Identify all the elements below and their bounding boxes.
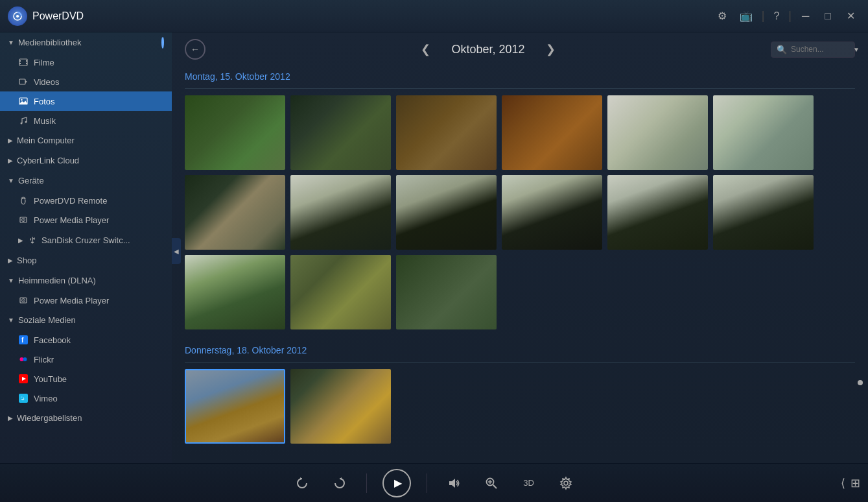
flickr-icon bbox=[18, 354, 29, 365]
sidebar-section-wiedergabelisten-label: Wiedergabelisten bbox=[17, 413, 82, 423]
volume-button[interactable] bbox=[443, 472, 465, 494]
sidebar-item-powerdvd-remote-label: PowerDVD Remote bbox=[34, 196, 107, 206]
photo-thumb[interactable] bbox=[502, 175, 602, 250]
view-mode-button[interactable]: ⊞ bbox=[850, 476, 860, 490]
sidebar-item-power-media-player-1[interactable]: Power Media Player bbox=[0, 210, 172, 230]
search-box[interactable]: 🔍 ▼ bbox=[771, 42, 855, 58]
sidebar-toggle-button[interactable]: ◀ bbox=[172, 238, 181, 264]
photo-thumb[interactable] bbox=[290, 255, 391, 329]
sidebar-item-vimeo[interactable]: Vimeo bbox=[0, 388, 172, 408]
3d-button[interactable]: 3D bbox=[518, 474, 539, 492]
toolbar-settings-button[interactable] bbox=[555, 472, 577, 494]
next-month-button[interactable]: ❯ bbox=[541, 40, 561, 59]
photo-thumb[interactable] bbox=[396, 95, 497, 170]
sidebar-section-shop[interactable]: ▶ Shop bbox=[0, 250, 172, 270]
photo-thumb[interactable] bbox=[185, 175, 285, 250]
photo-area: Montag, 15. Oktober 2012 Donnerstag, bbox=[172, 66, 868, 463]
sidebar-item-vimeo-label: Vimeo bbox=[34, 394, 58, 403]
tv-icon[interactable]: 📺 bbox=[736, 7, 757, 25]
help-icon[interactable]: ? bbox=[769, 8, 783, 25]
svg-rect-5 bbox=[19, 63, 21, 64]
titlebar-controls: ⚙ 📺 | ? | ─ □ ✕ bbox=[714, 7, 860, 25]
toolbar-divider bbox=[366, 473, 367, 493]
forward-button[interactable] bbox=[329, 472, 351, 494]
sidebar-section-wiedergabelisten[interactable]: ▶ Wiedergabelisten bbox=[0, 408, 172, 428]
sidebar-item-flickr[interactable]: Flickr bbox=[0, 350, 172, 369]
sidebar-section-cyberlink-cloud[interactable]: ▶ CyberLink Cloud bbox=[0, 150, 172, 171]
prev-month-button[interactable]: ❮ bbox=[416, 40, 436, 59]
rewind-button[interactable] bbox=[291, 472, 313, 494]
sidebar-item-facebook[interactable]: f Facebook bbox=[0, 330, 172, 350]
back-button[interactable]: ← bbox=[185, 39, 205, 60]
search-input[interactable] bbox=[791, 45, 849, 54]
sidebar-item-videos[interactable]: Videos bbox=[0, 72, 172, 91]
zoom-button[interactable] bbox=[480, 472, 502, 494]
vimeo-icon bbox=[18, 393, 29, 403]
date-section-title-2: Donnerstag, 18. Oktober 2012 bbox=[185, 340, 855, 363]
toolbar-divider2 bbox=[427, 473, 427, 493]
photo-thumb-selected[interactable] bbox=[185, 369, 285, 444]
titlebar: PowerDVD ⚙ 📺 | ? | ─ □ ✕ bbox=[0, 0, 868, 32]
sidebar-section-mein-computer-label: Mein Computer bbox=[17, 136, 75, 145]
sidebar-section-mein-computer[interactable]: ▶ Mein Computer bbox=[0, 130, 172, 150]
photo-icon bbox=[18, 96, 29, 106]
svg-point-21 bbox=[23, 300, 24, 301]
photo-thumb[interactable] bbox=[396, 175, 497, 250]
sidebar-item-youtube[interactable]: YouTube bbox=[0, 369, 172, 388]
sidebar-section-soziale-medien[interactable]: ▼ Soziale Medien bbox=[0, 310, 172, 330]
sidebar-item-sandisk[interactable]: ▶ SanDisk Cruzer Switc... bbox=[0, 230, 172, 250]
svg-line-33 bbox=[493, 484, 497, 488]
svg-point-25 bbox=[23, 357, 27, 361]
back-arrow-icon: ← bbox=[191, 44, 200, 54]
divider2: | bbox=[788, 9, 792, 23]
bottom-right-controls: ⟨ ⊞ bbox=[841, 476, 860, 490]
sidebar-section-cyberlink-cloud-label: CyberLink Cloud bbox=[17, 156, 79, 165]
sidebar-item-powerdvd-remote[interactable]: PowerDVD Remote bbox=[0, 191, 172, 210]
chevron-down-icon2: ▼ bbox=[8, 177, 14, 184]
photo-thumb[interactable] bbox=[607, 95, 708, 170]
minimize-button[interactable]: ─ bbox=[797, 8, 814, 25]
sidebar-section-heimmedien[interactable]: ▼ Heimmedien (DLNA) bbox=[0, 270, 172, 291]
photo-thumb[interactable] bbox=[185, 95, 285, 170]
photo-thumb[interactable] bbox=[713, 175, 814, 250]
month-navigation: ❮ Oktober, 2012 ❯ bbox=[216, 40, 760, 59]
music-icon bbox=[18, 115, 29, 126]
photo-thumb[interactable] bbox=[290, 175, 391, 250]
search-dropdown-icon[interactable]: ▼ bbox=[853, 46, 860, 53]
photo-thumb[interactable] bbox=[290, 95, 391, 170]
photo-thumb[interactable] bbox=[502, 95, 602, 170]
svg-point-36 bbox=[564, 481, 568, 485]
photo-thumb[interactable] bbox=[185, 255, 285, 329]
svg-point-13 bbox=[21, 123, 23, 125]
scrollbar-area[interactable] bbox=[858, 380, 863, 385]
photo-thumb[interactable] bbox=[607, 175, 708, 250]
sidebar-item-fotos[interactable]: Fotos bbox=[0, 91, 172, 111]
sidebar-section-medienbibliothek[interactable]: ▼ Medienbibliothek bbox=[0, 32, 172, 53]
play-button[interactable]: ▶ bbox=[382, 469, 411, 497]
svg-marker-9 bbox=[25, 80, 27, 83]
sidebar-section-geraete[interactable]: ▼ Geräte bbox=[0, 171, 172, 191]
sidebar-item-musik-label: Musik bbox=[34, 116, 56, 126]
sidebar-item-power-media-player-2[interactable]: Power Media Player bbox=[0, 291, 172, 310]
photo-thumb[interactable] bbox=[396, 255, 497, 329]
sidebar-item-filme-label: Filme bbox=[34, 58, 54, 67]
sidebar-item-sandisk-label: SanDisk Cruzer Switc... bbox=[41, 235, 130, 245]
main-layout: ▼ Medienbibliothek Filme bbox=[0, 32, 868, 463]
sidebar-item-filme[interactable]: Filme bbox=[0, 53, 172, 72]
photo-thumb[interactable] bbox=[290, 369, 391, 444]
svg-rect-3 bbox=[19, 59, 27, 66]
content-area: ← ❮ Oktober, 2012 ❯ 🔍 ▼ Montag, 15. Okto… bbox=[172, 32, 868, 463]
maximize-button[interactable]: □ bbox=[819, 8, 836, 25]
close-button[interactable]: ✕ bbox=[841, 7, 860, 25]
scrollbar-thumb bbox=[858, 380, 863, 385]
sidebar-collapse-button[interactable]: ⟨ bbox=[841, 476, 845, 490]
svg-rect-4 bbox=[19, 60, 21, 62]
sidebar-item-power-media-player-2-label: Power Media Player bbox=[34, 296, 109, 305]
photo-thumb[interactable] bbox=[713, 95, 814, 170]
sidebar-item-musik[interactable]: Musik bbox=[0, 111, 172, 130]
media-player-icon2 bbox=[18, 295, 29, 305]
sidebar: ▼ Medienbibliothek Filme bbox=[0, 32, 172, 463]
month-title: Oktober, 2012 bbox=[451, 43, 524, 56]
app-logo bbox=[8, 6, 27, 26]
settings-icon[interactable]: ⚙ bbox=[714, 7, 731, 25]
